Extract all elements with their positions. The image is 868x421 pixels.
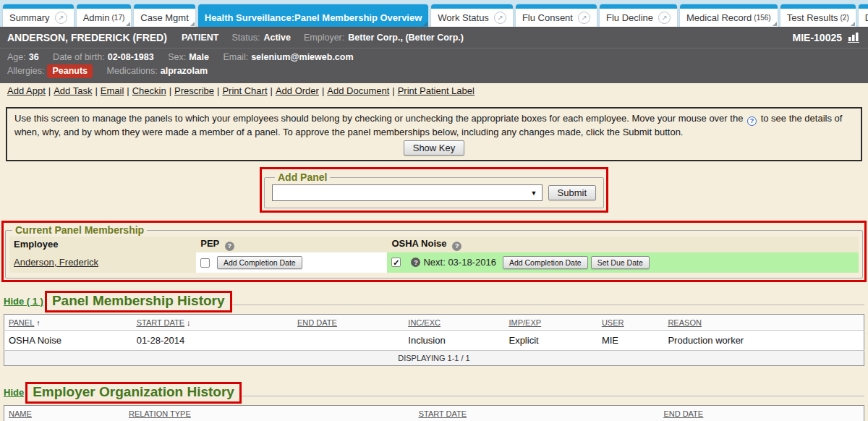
add-task-link[interactable]: Add Task	[54, 85, 92, 96]
tab-test-results[interactable]: Test Results (2)	[780, 4, 856, 27]
tab-health-surveillance-panel-membership-overview[interactable]: Health Surveillance:Panel Membership Ove…	[198, 4, 429, 27]
annotation-add-panel: Add Panel ▼ Submit	[260, 167, 608, 213]
dob-label: Date of birth:	[53, 52, 105, 62]
prescribe-link[interactable]: Prescribe	[174, 85, 214, 96]
pep-add-completion-date-button[interactable]: Add Completion Date	[217, 256, 302, 269]
instruction-box: Use this screen to manage the panels to …	[6, 107, 862, 161]
external-link-icon[interactable]: ↗	[55, 12, 67, 24]
tab-case-mgmt[interactable]: Case Mgmt	[134, 4, 195, 27]
column-inc-exc[interactable]: INC/EXC	[404, 314, 504, 330]
column-panel[interactable]: PANEL↑	[4, 314, 132, 330]
column-filler	[812, 405, 864, 421]
external-link-icon[interactable]: ↗	[494, 12, 506, 24]
employer-history-title: Employer Organization History	[33, 384, 234, 399]
add-panel-fieldset: Add Panel ▼ Submit	[264, 171, 604, 208]
employer-history-hide-link[interactable]: Hide	[4, 387, 24, 398]
osha-checkbox[interactable]: ✓	[391, 258, 401, 267]
column-end-date[interactable]: END DATE	[554, 405, 812, 421]
column-start-date[interactable]: START DATE↓	[132, 314, 293, 330]
age-label: Age:	[7, 52, 26, 62]
tab-flu-consent[interactable]: Flu Consent ↗	[516, 4, 597, 27]
tab-summary[interactable]: Summary ↗	[3, 4, 74, 27]
add-document-link[interactable]: Add Document	[327, 85, 389, 96]
employer-history-header-row: NAME RELATION TYPE START DATE END DATE	[4, 405, 864, 421]
cell-start-date: 01-28-2014	[132, 330, 293, 350]
table-row: OSHA Noise 01-28-2014 Inclusion Explicit…	[4, 330, 864, 350]
osha-cell: ✓ ? Next: 03-18-2016 Add Completion Date…	[387, 252, 859, 273]
fieldset-line	[242, 396, 864, 396]
demographics-line-2: Allergies:Peanuts Medications:alprazolam	[7, 64, 861, 78]
employer-history-table: NAME RELATION TYPE START DATE END DATE 0…	[4, 405, 864, 421]
employer-value: Better Corp., (Better Corp.)	[348, 33, 464, 43]
column-imp-exp[interactable]: IMP/EXP	[504, 314, 597, 330]
email-link[interactable]: Email	[101, 85, 124, 96]
cell-user: MIE	[597, 330, 664, 350]
column-relation-type[interactable]: RELATION TYPE	[124, 405, 331, 421]
add-order-link[interactable]: Add Order	[276, 85, 319, 96]
column-osha-noise: OSHA Noise ?	[387, 237, 859, 252]
add-panel-legend: Add Panel	[275, 171, 330, 183]
sort-desc-icon[interactable]: ↓	[187, 318, 191, 327]
age-value: 36	[29, 52, 39, 62]
tab-label: Documents	[865, 12, 868, 23]
separator: |	[271, 85, 273, 96]
print-chart-link[interactable]: Print Chart	[222, 85, 267, 96]
action-links-bar: Add Appt|Add Task|Email|Checkin|Prescrib…	[0, 83, 868, 99]
tab-label: Health Surveillance:Panel Membership Ove…	[205, 12, 422, 23]
tab-admin[interactable]: Admin (17)	[77, 4, 132, 27]
tab-documents[interactable]: Documents	[859, 4, 868, 27]
show-key-button[interactable]: Show Key	[404, 140, 465, 156]
sex-value: Male	[189, 52, 209, 62]
tab-label: Flu Consent	[522, 12, 573, 23]
bar-chart-icon[interactable]	[848, 32, 861, 43]
osha-help-icon[interactable]: ?	[452, 242, 461, 251]
allergies-label: Allergies:	[7, 66, 44, 76]
pep-help-icon[interactable]: ?	[225, 242, 234, 251]
separator: |	[322, 85, 324, 96]
column-reason[interactable]: REASON	[663, 314, 864, 330]
show-key-row: Show Key	[14, 140, 854, 156]
email-value: selenium@mieweb.com	[251, 52, 353, 62]
allergy-badge[interactable]: Peanuts	[47, 64, 93, 78]
membership-data-row: Anderson, Frederick Add Completion Date …	[9, 252, 859, 273]
employee-link[interactable]: Anderson, Frederick	[14, 257, 98, 268]
column-user-label: USER	[602, 318, 624, 327]
tab-flu-decline[interactable]: Flu Decline ↗	[600, 4, 677, 27]
column-end-date[interactable]: END DATE	[293, 314, 404, 330]
column-user[interactable]: USER	[597, 314, 664, 330]
separator: |	[127, 85, 129, 96]
next-date: 03-18-2016	[448, 257, 496, 268]
tab-work-status[interactable]: Work Status ↗	[431, 4, 513, 27]
add-panel-select[interactable]: ▼	[272, 184, 542, 201]
sort-asc-icon[interactable]: ↑	[36, 318, 41, 327]
tab-label: Admin	[83, 12, 110, 23]
osha-set-due-date-button[interactable]: Set Due Date	[591, 256, 650, 269]
osha-add-completion-date-button[interactable]: Add Completion Date	[503, 256, 588, 269]
email-label: Email:	[223, 52, 248, 62]
column-inc-exc-label: INC/EXC	[408, 318, 441, 327]
patient-demographics: Age:36 Date of birth:02-08-1983 Sex:Male…	[0, 48, 868, 83]
add-panel-submit-button[interactable]: Submit	[548, 185, 596, 200]
checkin-link[interactable]: Checkin	[132, 85, 166, 96]
print-patient-label-link[interactable]: Print Patient Label	[398, 85, 475, 96]
column-imp-exp-label: IMP/EXP	[509, 318, 541, 327]
external-link-icon[interactable]: ↗	[658, 12, 671, 24]
status-label: Status:	[232, 33, 260, 43]
tab-medical-record[interactable]: Medical Record (156)	[680, 4, 778, 27]
status-value: Active	[263, 33, 291, 43]
column-end-date-label: END DATE	[297, 318, 337, 327]
panel-history-hide-link[interactable]: Hide ( 1 )	[4, 296, 43, 307]
chevron-down-icon: ▼	[531, 190, 537, 197]
osha-cell-content: ✓ ? Next: 03-18-2016 Add Completion Date…	[391, 256, 854, 269]
column-name-label: NAME	[9, 409, 32, 418]
external-link-icon[interactable]: ↗	[578, 12, 590, 24]
separator: |	[392, 85, 394, 96]
pep-checkbox[interactable]	[200, 258, 210, 268]
column-start-date[interactable]: START DATE	[331, 405, 554, 421]
help-icon[interactable]: ?	[747, 116, 757, 126]
column-name[interactable]: NAME	[4, 405, 124, 421]
osha-row-help-icon[interactable]: ?	[411, 258, 420, 267]
separator: |	[95, 85, 97, 96]
current-membership-legend: Current Panel Membership	[12, 224, 147, 236]
add-appt-link[interactable]: Add Appt	[7, 85, 46, 96]
